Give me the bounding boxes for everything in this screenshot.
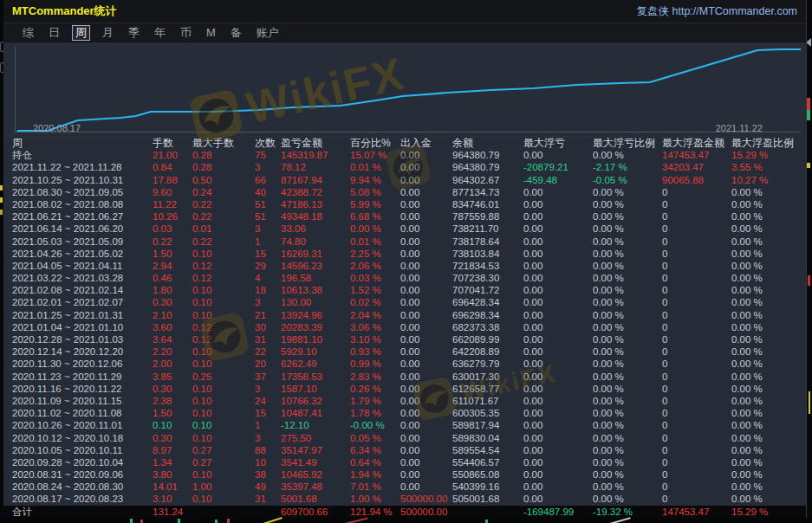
column-header[interactable]: 手数 [153,137,192,149]
table-cell: 14.01 [153,481,192,493]
table-row[interactable]: 2020.08.24 ~ 2020.08.3014.011.004935397.… [3,481,806,493]
brand-link[interactable]: 复盘侠 http://MTCommander.com [637,4,797,19]
table-cell: 877134.73 [452,186,523,198]
table-cell: 66 [255,174,281,186]
background-candle-fragment [130,519,133,523]
table-row[interactable]: 2020.10.26 ~ 2020.11.010.100.101-12.10-0… [3,419,806,431]
table-cell: 609700.66 [281,506,350,518]
menu-item-综[interactable]: 综 [20,26,36,40]
menu-item-币[interactable]: 币 [178,26,194,40]
table-cell: 0.10 [192,432,255,444]
table-cell: 0.00 % [731,371,806,383]
table-cell: 78.12 [281,161,350,173]
table-cell: 0.10 [192,296,255,308]
table-cell: 5929.10 [281,345,350,358]
table-row[interactable]: 2021.11.22 ~ 2021.11.280.840.28378.120.0… [3,161,806,173]
table-cell: -19.32 % [593,506,662,518]
column-header[interactable]: 周 [12,137,153,149]
table-cell: 0.00 % [593,272,662,284]
table-cell: 14596.23 [281,260,350,272]
table-cell: 10.27 % [731,174,806,186]
table-cell: 0.00 [523,296,593,308]
table-row[interactable]: 2020.11.16 ~ 2020.11.220.300.1031587.100… [3,383,806,395]
table-row[interactable]: 2020.11.23 ~ 2020.11.293.850.253717358.5… [3,371,806,383]
column-header[interactable]: 最大浮亏比例 [593,137,662,149]
table-row[interactable]: 2020.12.14 ~ 2020.12.202.200.10225929.10… [3,345,806,358]
menu-item-备[interactable]: 备 [228,26,244,40]
table-cell: 589554.54 [452,444,523,456]
column-header[interactable]: 余额 [452,137,523,149]
table-row[interactable]: 2021.08.30 ~ 2021.09.059.600.244042388.7… [3,186,806,198]
table-cell [192,506,255,518]
column-header[interactable]: 最大浮盈金额 [662,137,731,149]
table-row[interactable]: 2021.02.01 ~ 2021.02.070.300.103130.000.… [3,296,806,308]
table-row[interactable]: 持仓21.000.2875145319.8715.07 %0.00964380.… [3,149,806,161]
table-cell: 630017.30 [452,371,523,383]
table-cell: 0.00 [400,236,452,248]
column-header[interactable]: 最大手数 [192,137,255,149]
table-cell: 90065.88 [662,174,731,186]
menu-item-账户[interactable]: 账户 [254,26,282,40]
table-cell: 0.00 % [593,432,662,444]
column-header[interactable]: 最大浮盈比例 [731,137,806,149]
table-row[interactable]: 2020.09.28 ~ 2020.10.041.340.27103541.49… [3,456,806,468]
table-cell: 9.94 % [350,174,400,186]
column-header[interactable]: 出入金 [400,137,452,149]
table-cell: 2021.03.22 ~ 2021.03.28 [12,272,153,284]
table-row[interactable]: 2021.06.21 ~ 2021.06.2710.260.225149348.… [3,210,806,223]
table-row[interactable]: 2020.10.12 ~ 2020.10.180.300.103275.500.… [3,432,806,444]
table-row[interactable]: 2021.02.08 ~ 2021.02.141.800.101810613.3… [3,284,806,296]
weekly-stats-table[interactable]: 周手数最大手数次数盈亏金额百分比%出入金余额最大浮亏最大浮亏比例最大浮盈金额最大… [3,137,806,518]
column-header[interactable]: 次数 [255,137,281,149]
table-cell: 10465.92 [281,468,350,481]
menu-item-年[interactable]: 年 [152,26,168,40]
table-cell: 0.27 [192,456,255,468]
table-cell: 2021.02.01 ~ 2021.02.07 [12,296,153,308]
table-row[interactable]: 2020.08.31 ~ 2020.09.063.800.103810465.9… [3,468,806,481]
column-header[interactable]: 最大浮亏 [523,137,593,149]
table-row[interactable]: 2021.04.05 ~ 2021.04.112.940.122914596.2… [3,260,806,272]
table-row[interactable]: 2020.11.09 ~ 2020.11.152.380.102410766.3… [3,395,806,407]
table-cell: 34203.47 [662,161,731,173]
table-total-row[interactable]: 合计131.24609700.66121.94 %500000.00-16948… [3,506,806,518]
table-cell: 38 [255,468,281,481]
table-cell: 0 [662,358,731,370]
column-header[interactable]: 盈亏金额 [281,137,350,149]
menu-item-月[interactable]: 月 [100,26,116,40]
table-cell: 0.00 % [593,468,662,481]
table-row[interactable]: 2021.01.04 ~ 2021.01.103.600.123020283.3… [3,321,806,333]
table-cell: 0.00 [523,456,593,468]
menu-item-M[interactable]: M [204,26,218,40]
table-cell: 0.00 [523,493,593,505]
table-cell: 0.00 [400,174,452,186]
menu-item-周[interactable]: 周 [72,25,90,41]
table-row[interactable]: 2021.05.03 ~ 2021.05.090.220.22174.800.0… [3,236,806,248]
table-row[interactable]: 2021.06.14 ~ 2021.06.200.030.01333.060.0… [3,223,806,235]
table-cell: 31 [255,493,281,505]
table-cell: 721834.53 [452,260,523,272]
table-row[interactable]: 2020.12.28 ~ 2021.01.033.640.123119881.1… [3,333,806,345]
table-cell: 15 [255,248,281,260]
table-cell: 0 [662,321,731,333]
table-cell: 0.00 % [593,198,662,210]
table-cell: 0.00 % [731,248,806,260]
table-cell: 1.78 % [350,407,400,419]
table-row[interactable]: 2020.08.17 ~ 2020.08.233.100.10315001.68… [3,493,806,505]
table-row[interactable]: 2020.10.05 ~ 2020.10.118.970.278835147.9… [3,444,806,456]
table-cell: 0.00 [523,395,593,407]
table-row[interactable]: 2021.04.26 ~ 2021.05.021.500.101516269.3… [3,248,806,260]
table-row[interactable]: 2020.11.30 ~ 2020.12.062.000.10206262.49… [3,358,806,370]
table-cell: 0.00 [400,358,452,370]
menu-item-日[interactable]: 日 [46,26,62,40]
table-row[interactable]: 2021.10.25 ~ 2021.10.3117.880.506687167.… [3,174,806,186]
table-cell: 0.00 % [731,383,806,395]
table-row[interactable]: 2021.01.25 ~ 2021.01.312.100.102113924.9… [3,309,806,321]
background-fragment [807,163,810,168]
table-cell: 0.10 [192,284,255,296]
menu-item-季[interactable]: 季 [126,26,142,40]
column-header[interactable]: 百分比% [350,137,400,149]
table-cell: 738178.64 [452,236,523,248]
table-row[interactable]: 2020.11.02 ~ 2020.11.081.500.101510487.4… [3,407,806,419]
table-row[interactable]: 2021.08.02 ~ 2021.08.0811.220.225147186.… [3,198,806,210]
table-row[interactable]: 2021.03.22 ~ 2021.03.280.460.124196.580.… [3,272,806,284]
